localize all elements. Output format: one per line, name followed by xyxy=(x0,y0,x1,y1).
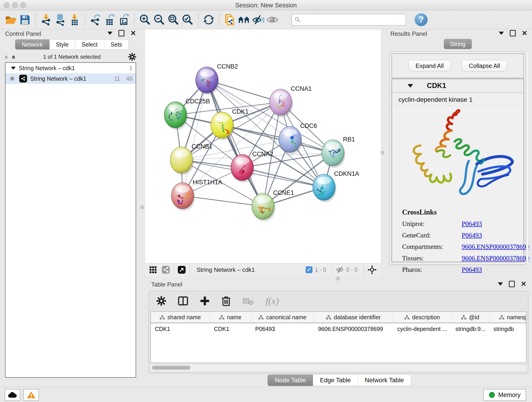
network-node[interactable]: CCNA1 xyxy=(269,85,312,117)
delete-table-icon[interactable] xyxy=(243,297,254,305)
tab-style[interactable]: Style xyxy=(50,39,75,50)
table-cell[interactable]: CDK1 xyxy=(151,323,210,335)
tab-sets[interactable]: Sets xyxy=(104,39,129,50)
share-view-icon[interactable] xyxy=(162,266,170,274)
table-cell[interactable]: P06493 xyxy=(251,323,314,335)
grid-view-icon[interactable] xyxy=(149,266,157,274)
memory-button[interactable]: Memory xyxy=(483,389,526,401)
table-row[interactable]: CDK1CDK1P064939606.ENSP00000378699cyclin… xyxy=(151,323,526,335)
table-hscrollbar-thumb[interactable] xyxy=(152,366,190,370)
table-cell[interactable]: 9606.ENSP00000378699 xyxy=(314,323,393,335)
tab-select[interactable]: Select xyxy=(75,39,104,50)
search-box[interactable] xyxy=(291,14,406,26)
tab-network[interactable]: Network xyxy=(15,39,50,50)
expand-all-icon[interactable]: « xyxy=(10,55,18,58)
node-table[interactable]: shared namenamecanonical namedatabase id… xyxy=(151,312,526,363)
cdk1-card-header[interactable]: CDK1 xyxy=(392,79,524,93)
network-node[interactable]: CDKN1A xyxy=(313,170,359,202)
column-header-shared-name[interactable]: shared name xyxy=(151,312,210,323)
tab-edge-table[interactable]: Edge Table xyxy=(313,375,358,386)
birdseye-view-icon[interactable] xyxy=(177,266,186,274)
table-box: f(x) shared namenamecanonical namedataba… xyxy=(148,291,528,373)
hidden-eye-slash-icon[interactable] xyxy=(336,266,344,273)
column-header-database-identifier[interactable]: database identifier xyxy=(314,312,393,323)
compartments-link[interactable]: 9606.ENSP00000378699 xyxy=(462,243,530,250)
duplicate-network-button[interactable] xyxy=(223,13,237,27)
table-options-gear-icon[interactable] xyxy=(157,296,166,306)
open-session-button[interactable] xyxy=(4,13,18,27)
cloud-status-button[interactable] xyxy=(5,389,20,401)
network-collection-row[interactable]: String Network – cdk1 1 xyxy=(6,63,136,73)
collection-label: String Network – cdk1 xyxy=(19,65,123,71)
import-network-file-button[interactable] xyxy=(39,13,53,27)
delete-column-trash-icon[interactable] xyxy=(222,296,231,306)
network-options-gear-icon[interactable] xyxy=(128,53,136,61)
column-header-canonical-name[interactable]: canonical name xyxy=(251,312,314,323)
refresh-button[interactable] xyxy=(202,13,216,27)
save-session-button[interactable] xyxy=(18,13,32,27)
houses-button[interactable] xyxy=(237,13,251,27)
export-table-button[interactable] xyxy=(103,13,117,27)
network-node[interactable]: HIST1H1A xyxy=(171,179,222,211)
collapse-all-icon[interactable]: » xyxy=(3,55,11,58)
warnings-button[interactable] xyxy=(23,389,39,401)
network-canvas[interactable]: CCNB2CCNA1CDC25BCDK1CDC6RB1CCNB1CCNA2CDK… xyxy=(145,29,381,263)
panel-float-icon[interactable] xyxy=(119,30,124,36)
panel-float-icon[interactable] xyxy=(510,30,516,36)
panel-close-icon[interactable]: ✕ xyxy=(522,30,527,37)
import-network-database-button[interactable] xyxy=(53,13,67,27)
export-network-button[interactable] xyxy=(89,13,103,27)
network-node[interactable]: CDC6 xyxy=(279,122,317,154)
panel-menu-icon[interactable] xyxy=(499,32,504,35)
table-cell[interactable]: CDK1 xyxy=(210,323,251,335)
export-image-button[interactable] xyxy=(117,13,131,27)
network-graph[interactable]: CCNB2CCNA1CDC25BCDK1CDC6RB1CCNB1CCNA2CDK… xyxy=(145,29,381,263)
column-header--id[interactable]: @id xyxy=(451,312,489,323)
zoom-out-button[interactable] xyxy=(152,13,166,27)
add-column-plus-icon[interactable] xyxy=(200,296,210,306)
genecard-link[interactable]: P06493 xyxy=(462,231,524,239)
show-columns-icon[interactable] xyxy=(178,296,188,306)
zoom-selected-button[interactable] xyxy=(181,13,195,27)
table-cell[interactable]: cyclin-dependent ... xyxy=(393,323,451,335)
hide-selected-button[interactable] xyxy=(251,13,265,27)
network-node[interactable]: CCNB2 xyxy=(196,63,238,95)
node-label: HIST1H1A xyxy=(193,179,222,186)
tab-network-table[interactable]: Network Table xyxy=(358,375,411,386)
show-all-button[interactable] xyxy=(265,13,279,27)
selected-indicator-checkbox[interactable]: ✓ xyxy=(306,266,312,273)
network-row[interactable]: String Network – cdk1 11 48 xyxy=(6,73,136,84)
panel-menu-icon[interactable] xyxy=(108,32,113,35)
left-splitter-handle[interactable] xyxy=(140,205,144,209)
table-cell[interactable]: stringdb xyxy=(489,323,526,335)
panel-close-icon[interactable]: ✕ xyxy=(521,281,526,287)
column-header-name[interactable]: name xyxy=(210,312,251,323)
results-scrollbar[interactable] xyxy=(526,51,529,265)
panel-float-icon[interactable] xyxy=(509,281,515,287)
help-button[interactable]: ? xyxy=(415,13,428,26)
table-hscrollbar[interactable] xyxy=(151,364,526,371)
panel-close-icon[interactable]: ✕ xyxy=(130,30,136,37)
collapse-all-button[interactable]: Collapse All xyxy=(462,60,507,71)
tab-string[interactable]: String xyxy=(444,39,472,49)
tab-node-table[interactable]: Node Table xyxy=(268,375,313,386)
network-node[interactable]: CDC25B xyxy=(164,98,210,130)
search-input[interactable] xyxy=(303,16,403,23)
network-node[interactable]: CCNE1 xyxy=(252,189,294,221)
tissues-link[interactable]: 9606.ENSP00000378699 xyxy=(462,254,530,262)
zoom-fit-button[interactable] xyxy=(166,13,181,27)
function-builder-icon[interactable]: f(x) xyxy=(266,295,279,306)
collapse-section-icon[interactable] xyxy=(408,84,413,88)
pharos-link[interactable]: P06493 xyxy=(462,266,524,274)
column-header-description[interactable]: description xyxy=(393,312,451,323)
network-node[interactable]: RB1 xyxy=(322,136,355,168)
column-header-namespace[interactable]: namespace xyxy=(489,312,526,323)
collection-expand-icon[interactable] xyxy=(11,67,16,70)
panel-menu-icon[interactable] xyxy=(498,282,503,286)
import-table-file-button[interactable] xyxy=(67,13,82,27)
zoom-in-button[interactable] xyxy=(138,13,152,27)
expand-all-button[interactable]: Expand All xyxy=(409,60,451,71)
uniprot-link[interactable]: P06493 xyxy=(462,220,524,228)
fit-crosshair-icon[interactable] xyxy=(367,265,377,274)
table-cell[interactable]: stringdb:9... xyxy=(451,323,489,335)
